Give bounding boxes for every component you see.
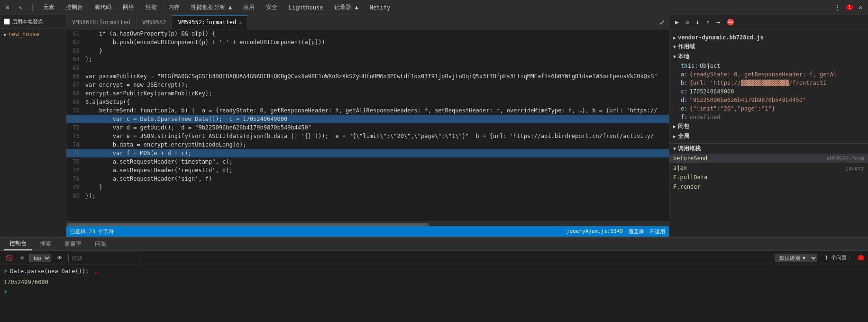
code-line-74: 74 b.data = encrypt.encryptUnicodeLong(e… [66,140,669,149]
code-line-67: 67var encrypt = new JSEncrypt(); [66,81,669,89]
callstack-header[interactable]: ▼ 调用堆栈 [669,144,868,154]
line-content-80: }); [85,192,669,200]
line-content-68: encrypt.setPublicKey(paramPublicKey); [85,89,669,98]
scope-val-c: 1705240649000 [689,88,734,95]
menu-elements[interactable]: 元素 [40,2,57,12]
folder-arrow-icon: ▶ [4,32,7,37]
console-output-value: 1705240976000 [4,279,48,285]
tab-vm59552-formatted[interactable]: VM59552:formatted ✕ [172,15,248,29]
editor-area: VM58618:formatted VM59552 VM59552:format… [66,15,669,237]
right-panel: ▶ ↺ ↓ ↑ → ⛔ ▶ vendor-dynamic.bb728cd.js … [669,15,868,237]
line-number-63: 63 [66,46,85,55]
scope-header-local[interactable]: ▼ 本地 [669,52,868,62]
code-line-70: 70 beforeSend: function(a, b) { a = {rea… [66,106,669,115]
bottom-tab-coverage[interactable]: 覆盖率 [59,238,87,250]
tab-vm59552[interactable]: VM59552 [137,15,173,29]
scope-key-d: d: [681,97,687,103]
console-prompt-line[interactable]: > [4,287,864,297]
settings-icon[interactable]: ✕ [857,3,864,12]
console-clear-btn[interactable]: 🚫 [4,254,15,262]
tab-label-vm59552: VM59552 [142,19,166,26]
line-number-65: 65 [66,64,85,72]
scope-header-global[interactable]: ▶ 全局 [669,131,868,141]
menu-recorder[interactable]: 记录器 ▲ [331,2,361,12]
code-line-63: 63 } [66,46,669,55]
menu-lighthouse[interactable]: Lighthouse [286,3,326,12]
issues-count-label: 1 个问题： [825,254,852,261]
console-filter-input[interactable] [68,254,140,262]
line-number-62: 62 [66,38,85,46]
callstack-item-render[interactable]: F.render [669,182,868,192]
code-editor[interactable]: 61 if (a.hasOwnProperty(p) && a[p]) {62 … [66,29,669,221]
code-line-80: 80}); [66,192,669,200]
step-btn[interactable]: → [714,18,722,27]
code-line-75: 75 var f = MD5(e + d + c); [66,149,669,157]
menu-memory[interactable]: 内存 [165,2,183,12]
bottom-tabs: 控制台 搜索 覆盖率 问题 [0,238,868,251]
scope-item-e: e: {"limit":"20","page":"1"} [669,104,868,113]
step-out-btn[interactable]: ↑ [704,18,712,27]
more-tools-icon[interactable]: ⋮ [832,3,842,12]
menu-application[interactable]: 应用 [240,2,257,12]
enable-local-override-checkbox[interactable] [4,18,10,25]
console-top-select[interactable]: top [29,254,51,262]
expand-editor-icon[interactable]: ⤢ [659,18,665,26]
local-title-label: 本地 [678,53,689,61]
tabs-right: ⤢ [656,18,669,26]
menu-network[interactable]: 网络 [120,2,137,12]
tab-close-icon[interactable]: ✕ [239,20,242,25]
callstack-arrow-icon: ▼ [673,146,676,151]
line-number-75: 75 [66,149,85,157]
line-number-71: 71 [66,115,85,123]
line-content-79: } [85,183,669,192]
devtools-icon[interactable]: ⊡ [4,3,11,12]
menu-performance[interactable]: 性能 [143,2,160,12]
bottom-tab-search[interactable]: 搜索 [34,238,57,250]
sidebar-folder-item[interactable]: ▶ new_house [0,28,66,40]
scope-key-f: f: [681,114,687,120]
menu-perf-data[interactable]: 性能数据分析 ▲ [188,2,235,12]
resume-btn[interactable]: ▶ [673,18,681,27]
scrollbar-thumb [67,223,429,226]
menu-sources[interactable]: 源代码 [91,2,114,12]
bottom-tab-console[interactable]: 控制台 [4,238,32,250]
callstack-item-ajax[interactable]: ajax jquery [669,163,868,173]
deactivate-btn[interactable]: ⛔ [725,18,736,27]
default-level-select[interactable]: 默认级别 ▼ [775,254,817,262]
scope-item-d: d: "9b225096be626b4179b9870b549b4450" [669,96,868,104]
menu-security[interactable]: 安全 [263,2,280,12]
console-filter-btn[interactable]: ⊘ [18,254,26,262]
code-line-62: 62 b.push(encodeURIComponent(p) + '=' + … [66,38,669,46]
scope-header-file[interactable]: ▶ vendor-dynamic.bb728cd.js [669,33,868,42]
callstack-item-beforesend[interactable]: beforeSend VM59552:form [669,154,868,163]
tab-label-vm59552-formatted: VM59552:formatted [178,19,236,26]
code-horizontal-scrollbar[interactable] [66,221,669,226]
console-input-line: > Date.parse(new Date()); ← [4,267,864,278]
console-eye-btn[interactable]: 👁 [55,254,64,262]
console-output: > Date.parse(new Date()); ← 170524097600… [0,265,868,322]
callstack-item-pulldata[interactable]: F.pullData [669,173,868,182]
scope-key-this: this: [681,63,698,69]
scope-header-scope[interactable]: ▼ 作用域 [669,42,868,52]
line-content-66: var paramPublicKey = "MIGfMA0GCSqGSIb3DQ… [85,72,669,81]
callstack-src-ajax: jquery [845,165,864,171]
selected-chars: 已选择 23 个字符 [70,228,114,235]
step-over-btn[interactable]: ↺ [684,18,691,27]
console-input-area[interactable] [9,288,864,295]
code-line-76: 76 a.setRequestHeader("timestamp", c); [66,157,669,166]
separator [32,4,33,11]
code-line-61: 61 if (a.hasOwnProperty(p) && a[p]) { [66,29,669,38]
scope-val-a: {readyState: 0, getResponseHeader: f, ge… [689,71,837,78]
menu-console[interactable]: 控制台 [63,2,86,12]
scope-key-a: a: [681,71,687,78]
callstack-title-label: 调用堆栈 [678,145,701,153]
enable-local-override-label: 启用本地替换 [12,18,43,25]
tab-vm58618[interactable]: VM58618:formatted [66,15,137,29]
step-into-btn[interactable]: ↓ [694,18,702,27]
code-line-66: 66var paramPublicKey = "MIGfMA0GCSqGSIb3… [66,72,669,81]
menu-netify[interactable]: Netify [367,3,393,12]
bottom-tab-issues[interactable]: 问题 [89,238,112,250]
inspect-icon[interactable]: ↖ [17,3,25,12]
scope-header-closure[interactable]: ▶ 闭包 [669,121,868,131]
console-caret-icon: > [4,288,7,295]
